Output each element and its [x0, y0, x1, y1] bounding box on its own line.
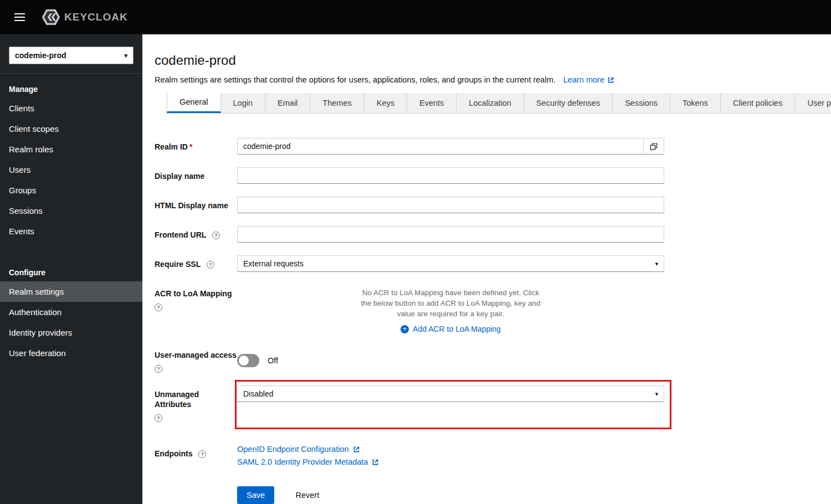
nav-section-configure-title: Configure: [0, 264, 142, 281]
sidebar-item-users[interactable]: Users: [0, 160, 142, 180]
display-name-label: Display name: [155, 167, 237, 184]
tab-themes[interactable]: Themes: [310, 93, 364, 113]
saml-metadata-link[interactable]: SAML 2.0 Identity Provider Metadata: [237, 457, 664, 466]
realm-settings-form: Realm ID* Display name: [155, 138, 831, 504]
realm-id-label: Realm ID*: [155, 138, 237, 155]
realm-id-input[interactable]: [237, 138, 644, 155]
tab-email[interactable]: Email: [265, 93, 310, 113]
hamburger-icon: [14, 13, 25, 21]
page-description-row: Realm settings are settings that control…: [155, 75, 831, 84]
require-ssl-label: Require SSL ?: [155, 255, 237, 272]
user-managed-access-toggle[interactable]: [237, 354, 259, 367]
app-header: KEYCLOAK: [0, 0, 831, 34]
acr-loa-mapping-row: ACR to LoA Mapping ? No ACR to LoA Mappi…: [155, 285, 831, 333]
sidebar-item-user-federation[interactable]: User federation: [0, 343, 142, 363]
require-ssl-row: Require SSL ? External requests ▾: [155, 255, 831, 272]
tab-security-defenses[interactable]: Security defenses: [524, 93, 613, 113]
saml-metadata-label: SAML 2.0 Identity Provider Metadata: [237, 457, 368, 466]
html-display-name-label: HTML Display name: [155, 197, 237, 213]
realm-selector-value: codemie-prod: [15, 51, 66, 60]
page-title: codemie-prod: [155, 53, 831, 68]
frontend-url-label: Frontend URL ?: [155, 226, 237, 243]
endpoints-row: Endpoints ? OpenID Endpoint Configuratio…: [155, 445, 831, 470]
endpoints-label-text: Endpoints: [155, 449, 192, 458]
frontend-url-input[interactable]: [237, 226, 664, 243]
external-link-icon: [372, 459, 379, 466]
add-acr-loa-mapping-label: Add ACR to LoA Mapping: [413, 325, 501, 333]
nav-section-manage: Manage Clients Client scopes Realm roles…: [0, 74, 142, 241]
html-display-name-row: HTML Display name: [155, 197, 831, 213]
display-name-row: Display name: [155, 167, 831, 184]
frontend-url-label-text: Frontend URL: [155, 230, 206, 239]
help-icon[interactable]: ?: [155, 304, 162, 311]
tab-localization[interactable]: Localization: [456, 93, 524, 113]
unmanaged-attributes-row: Unmanaged Attributes ? Disabled ▾: [155, 385, 831, 422]
help-icon[interactable]: ?: [212, 232, 220, 239]
user-managed-access-row: User-managed access ? Off: [155, 346, 831, 373]
tab-general[interactable]: General: [167, 93, 221, 113]
tab-client-policies[interactable]: Client policies: [721, 93, 795, 113]
nav-section-configure: Configure Realm settings Authentication …: [0, 257, 142, 363]
acr-empty-state-text: No ACR to LoA Mapping have been defined …: [360, 287, 542, 319]
display-name-input[interactable]: [237, 167, 664, 184]
learn-more-link[interactable]: Learn more: [563, 75, 614, 84]
save-button[interactable]: Save: [237, 486, 274, 504]
nav-section-manage-title: Manage: [0, 80, 142, 98]
user-managed-access-label: User-managed access ?: [155, 346, 237, 373]
unmanaged-attributes-select[interactable]: Disabled ▾: [237, 385, 664, 402]
help-icon[interactable]: ?: [155, 414, 162, 422]
endpoints-label: Endpoints ?: [155, 445, 237, 470]
help-icon[interactable]: ?: [207, 261, 214, 269]
help-icon[interactable]: ?: [155, 365, 162, 373]
unmanaged-attributes-label-text: Unmanaged Attributes: [155, 390, 199, 409]
require-ssl-label-text: Require SSL: [155, 260, 201, 269]
frontend-url-row: Frontend URL ?: [155, 226, 831, 243]
revert-button[interactable]: Revert: [293, 490, 323, 500]
html-display-name-input[interactable]: [237, 197, 664, 213]
require-ssl-select[interactable]: External requests ▾: [237, 255, 664, 272]
learn-more-label: Learn more: [563, 75, 604, 84]
add-acr-loa-mapping-link[interactable]: + Add ACR to LoA Mapping: [237, 325, 664, 333]
sidebar-item-authentication[interactable]: Authentication: [0, 302, 142, 322]
tab-events[interactable]: Events: [407, 93, 456, 113]
hamburger-menu-button[interactable]: [8, 8, 32, 27]
external-link-icon: [607, 76, 614, 84]
sidebar-item-client-scopes[interactable]: Client scopes: [0, 119, 142, 139]
page-description: Realm settings are settings that control…: [155, 75, 556, 84]
acr-loa-mapping-label: ACR to LoA Mapping ?: [155, 285, 237, 333]
sidebar-item-events[interactable]: Events: [0, 221, 142, 241]
user-managed-access-state: Off: [268, 356, 278, 365]
sidebar-item-clients[interactable]: Clients: [0, 98, 142, 119]
copy-button[interactable]: [643, 138, 664, 155]
user-managed-access-label-text: User-managed access: [155, 351, 237, 359]
sidebar-item-realm-roles[interactable]: Realm roles: [0, 139, 142, 160]
realm-selector-area: codemie-prod ▾: [0, 34, 142, 74]
tab-tokens[interactable]: Tokens: [670, 93, 721, 113]
realm-id-label-text: Realm ID: [155, 142, 188, 151]
toggle-knob: [239, 356, 249, 366]
unmanaged-attributes-value: Disabled: [243, 389, 273, 398]
tab-keys[interactable]: Keys: [365, 93, 407, 113]
caret-down-icon: ▾: [124, 53, 127, 59]
realm-selector[interactable]: codemie-prod ▾: [9, 47, 134, 64]
sidebar-item-groups[interactable]: Groups: [0, 180, 142, 200]
sidebar-item-identity-providers[interactable]: Identity providers: [0, 322, 142, 343]
tab-user-profile[interactable]: User profile: [795, 93, 831, 113]
acr-loa-mapping-label-text: ACR to LoA Mapping: [155, 289, 232, 298]
main-content: codemie-prod Realm settings are settings…: [142, 34, 831, 504]
openid-endpoint-configuration-link[interactable]: OpenID Endpoint Configuration: [237, 445, 664, 454]
openid-endpoint-configuration-label: OpenID Endpoint Configuration: [237, 445, 349, 454]
keycloak-logo-icon: [42, 9, 60, 25]
require-ssl-value: External requests: [243, 259, 304, 268]
sidebar-item-realm-settings[interactable]: Realm settings: [0, 281, 142, 302]
sidebar: codemie-prod ▾ Manage Clients Client sco…: [0, 34, 142, 504]
realm-id-row: Realm ID*: [155, 138, 831, 155]
tab-sessions[interactable]: Sessions: [613, 93, 670, 113]
tab-login[interactable]: Login: [221, 93, 265, 113]
form-actions-row: Save Revert: [155, 486, 831, 504]
caret-down-icon: ▾: [655, 391, 658, 397]
plus-circle-icon: +: [401, 325, 409, 333]
sidebar-item-sessions[interactable]: Sessions: [0, 200, 142, 221]
help-icon[interactable]: ?: [198, 450, 206, 458]
copy-icon: [650, 142, 658, 151]
